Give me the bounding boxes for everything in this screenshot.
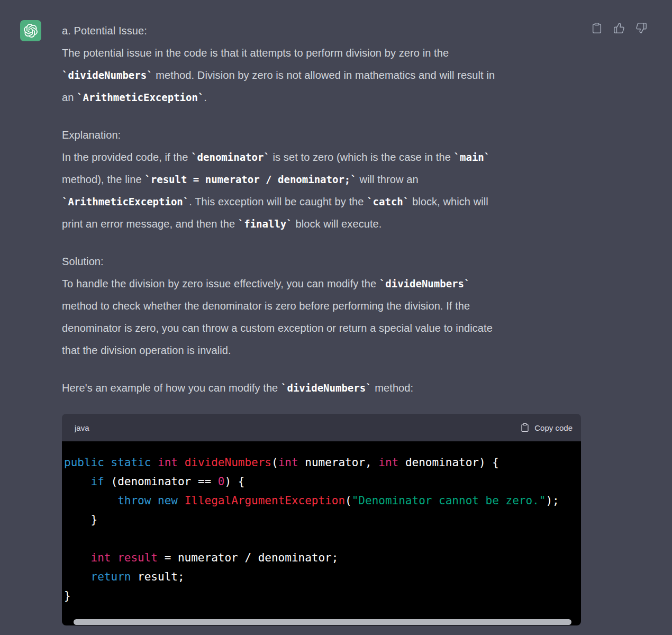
message-paragraph: Explanation:In the provided code, if the… xyxy=(62,124,581,235)
text-line: method), the line `result = numerator / … xyxy=(62,168,581,190)
inline-code: `finally` xyxy=(238,218,293,230)
copy-code-button[interactable]: Copy code xyxy=(520,423,573,432)
thumbs-up-button[interactable] xyxy=(613,22,625,34)
text-line: an `ArithmeticException`. xyxy=(62,86,581,108)
code-line: public static int divideNumbers(int nume… xyxy=(64,453,579,472)
thumbs-down-button[interactable] xyxy=(635,22,647,34)
horizontal-scrollbar[interactable] xyxy=(74,619,571,625)
code-line: if (denominator == 0) { xyxy=(64,472,579,491)
text-line: Explanation: xyxy=(62,124,581,146)
inline-code: `divideNumbers` xyxy=(62,69,153,81)
copy-response-button[interactable] xyxy=(591,22,603,34)
inline-code: `denominator` xyxy=(191,151,270,163)
code-line xyxy=(64,529,579,548)
text-line: method to check whether the denominator … xyxy=(62,295,581,317)
text-line: print an error message, and then the `fi… xyxy=(62,213,581,235)
inline-code: `ArithmeticException` xyxy=(62,196,189,207)
clipboard-icon xyxy=(520,423,530,432)
inline-code: `ArithmeticException` xyxy=(77,92,204,103)
text-line: denominator is zero, you can throw a cus… xyxy=(62,317,581,339)
code-content: public static int divideNumbers(int nume… xyxy=(62,441,581,625)
code-line: int result = numerator / denominator; xyxy=(64,548,579,567)
text-line: To handle the division by zero issue eff… xyxy=(62,273,581,295)
message-paragraph: Here's an example of how you can modify … xyxy=(62,377,581,399)
message-paragraphs: a. Potential Issue:The potential issue i… xyxy=(62,20,581,399)
code-line: } xyxy=(64,586,579,605)
inline-code: `catch` xyxy=(367,196,409,207)
inline-code: `divideNumbers` xyxy=(281,382,372,394)
message-paragraph: a. Potential Issue:The potential issue i… xyxy=(62,20,581,108)
code-content-pre: public static int divideNumbers(int nume… xyxy=(62,441,581,605)
code-line: throw new IllegalArgumentException("Deno… xyxy=(64,491,579,510)
thumbs-down-icon xyxy=(635,22,647,34)
code-line: } xyxy=(64,510,579,529)
inline-code: `main` xyxy=(454,151,491,163)
text-line: In the provided code, if the `denominato… xyxy=(62,146,581,168)
text-line: that the division operation is invalid. xyxy=(62,339,581,361)
text-line: Solution: xyxy=(62,250,581,273)
inline-code: `divideNumbers` xyxy=(379,278,470,289)
message-paragraph: Solution:To handle the division by zero … xyxy=(62,250,581,361)
thumbs-up-icon xyxy=(613,22,625,34)
text-line: `divideNumbers` method. Division by zero… xyxy=(62,64,581,86)
openai-logo-icon xyxy=(24,24,38,38)
code-block: java Copy code public static int divideN… xyxy=(62,414,581,625)
text-line: Here's an example of how you can modify … xyxy=(62,377,581,399)
text-line: `ArithmeticException`. This exception wi… xyxy=(62,190,581,213)
text-line: The potential issue in the code is that … xyxy=(62,42,581,64)
inline-code: `result = numerator / denominator;` xyxy=(144,174,356,185)
text-line: a. Potential Issue: xyxy=(62,20,581,42)
copy-code-label: Copy code xyxy=(534,423,573,432)
message-content: a. Potential Issue:The potential issue i… xyxy=(62,20,581,625)
message-actions xyxy=(591,22,647,34)
clipboard-icon xyxy=(591,22,603,34)
code-language-label: java xyxy=(75,423,89,432)
code-block-header: java Copy code xyxy=(62,414,581,441)
assistant-avatar xyxy=(20,20,41,41)
code-line: return result; xyxy=(64,567,579,586)
